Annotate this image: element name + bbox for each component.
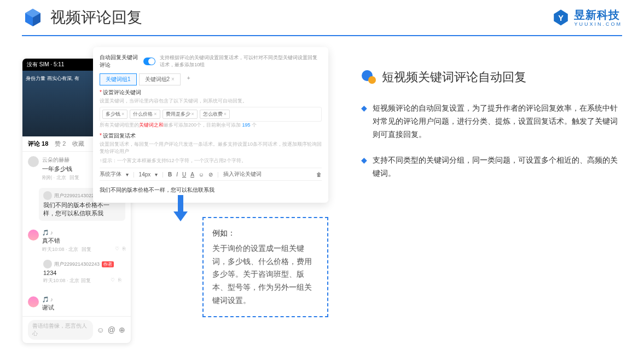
keyword-tag[interactable]: 多少钱× [102, 110, 127, 119]
arrow-down-icon [172, 195, 189, 222]
at-icon[interactable]: @ [108, 325, 115, 334]
avatar [28, 296, 39, 307]
send-icon[interactable]: ⊕ [119, 325, 125, 334]
logo-subtext: YUUXIN.COM [574, 21, 622, 27]
tab-comments[interactable]: 评论 18 [28, 140, 48, 148]
tab-fav[interactable]: 收藏 [72, 140, 84, 148]
settings-panel: 自动回复关键词评论 支持根据评论的关键词设置回复话术，可以针对不同类型关键词设置… [93, 47, 328, 203]
underline-button[interactable]: U [182, 171, 186, 178]
keyword-tag[interactable]: 费用是多少× [163, 110, 198, 119]
cube-icon [22, 7, 44, 28]
bullet-marker-icon: ◆ [361, 154, 367, 180]
field-label: *设置回复话术 [100, 132, 322, 140]
example-box: 例如： 关于询价的设置成一组关键词，多少钱、什么价格，费用多少等。关于咨询班型、… [202, 217, 328, 317]
font-select[interactable]: 系统字体 [100, 170, 121, 178]
comment-input[interactable]: 善语结善缘，恶言伤人心 [28, 320, 93, 340]
comment-input-bar: 善语结善缘，恶言伤人心 ☺ @ ⊕ [22, 316, 131, 343]
brand-logo: Y 昱新科技 YUUXIN.COM [552, 8, 622, 27]
size-select[interactable]: 14px [139, 171, 151, 178]
avatar [43, 260, 52, 268]
author-badge: 作者 [102, 261, 114, 267]
italic-button[interactable]: I [176, 171, 178, 178]
keyword-tag[interactable]: 什么价格× [130, 110, 160, 119]
bullet-text: 短视频评论的自动回复设置，为了提升作者的评论回复效率，在系统中针对常见的评论用户… [373, 102, 622, 141]
delete-button[interactable]: 🗑 [316, 171, 322, 178]
insert-keyword-button[interactable]: 插入评论关键词 [223, 170, 262, 178]
section-title: 短视频关键词评论自动回复 [382, 69, 526, 85]
clear-button[interactable]: ⊘ [208, 171, 213, 178]
add-group-button[interactable]: + [183, 73, 195, 85]
example-body: 关于询价的设置成一组关键词，多少钱、什么价格，费用多少等。关于咨询班型、版本、型… [212, 242, 318, 307]
editor-toolbar: 系统字体▾ | 14px▾ | B I U A ☺ ⊘ | 插入评论关键词 🗑 [100, 168, 322, 181]
keyword-group-tab[interactable]: 关键词组2 × [139, 73, 181, 85]
color-button[interactable]: A [190, 171, 194, 178]
tab-likes[interactable]: 赞 2 [55, 140, 66, 148]
auto-reply-toggle[interactable] [143, 58, 155, 65]
bold-button[interactable]: B [168, 171, 172, 178]
svg-point-3 [368, 76, 376, 84]
comment-item: 🎵 ♪ 真不错 昨天10:08 · 北京回复♡⎘ [22, 225, 131, 258]
keyword-tag[interactable]: 怎么收费× [200, 110, 230, 119]
chat-bubble-icon [361, 70, 376, 85]
svg-text:Y: Y [559, 13, 564, 22]
page-title: 视频评论回复 [50, 7, 142, 28]
logo-icon: Y [552, 9, 570, 26]
reply-item: 用户2299214302243作者 1234 昨天10:08 · 北京 回复♡⎘ [39, 260, 125, 288]
avatar [28, 230, 39, 241]
svg-rect-1 [178, 195, 183, 211]
logo-text: 昱新科技 [574, 9, 620, 21]
comment-item: 🎵 ♪ 谢试 [22, 292, 131, 316]
field-label: *设置评论关键词 [100, 89, 322, 96]
keyword-tag-input[interactable]: 多少钱× 什么价格× 费用是多少× 怎么收费× [100, 107, 322, 122]
bullet-text: 支持不同类型的关键词分组，同一类问题，可设置多个相近的、高频的关键词。 [373, 154, 622, 180]
emoji-button[interactable]: ☺ [199, 171, 204, 178]
example-title: 例如： [212, 227, 318, 240]
toggle-label: 自动回复关键词评论 [100, 54, 139, 69]
keyword-group-tab[interactable]: 关键词组1 [100, 73, 137, 85]
editor-content[interactable]: 我们不同的版本价格不一样，您可以私信联系我 [100, 184, 322, 196]
avatar [28, 156, 39, 167]
emoji-icon[interactable]: ☺ [96, 325, 104, 334]
avatar [43, 191, 52, 200]
bullet-marker-icon: ◆ [361, 102, 367, 141]
